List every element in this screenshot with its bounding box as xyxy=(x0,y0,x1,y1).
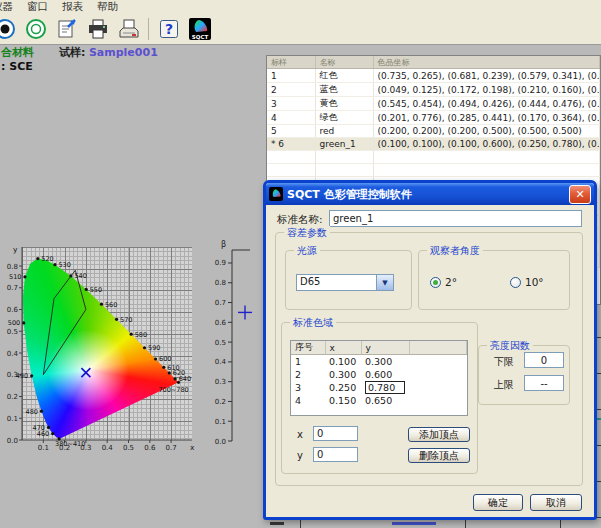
gamut-cell[interactable]: 1 xyxy=(291,355,325,369)
standard-row[interactable]: 4绿色(0.201, 0.776), (0.285, 0.441), (0.17… xyxy=(267,111,600,125)
close-icon[interactable]: ✕ xyxy=(569,185,591,204)
empty-cell xyxy=(267,151,315,164)
empty-row xyxy=(267,164,600,177)
dialog-icon xyxy=(269,187,283,201)
wavelength-dot xyxy=(85,288,88,291)
gamut-cell[interactable]: 4 xyxy=(291,394,325,407)
standard-cell[interactable]: (0.200, 0.200), (0.200, 0.500), (0.500, … xyxy=(373,125,600,138)
standard-name-input[interactable]: green_1 xyxy=(329,210,582,227)
gamut-cell[interactable] xyxy=(409,381,467,394)
lower-limit-input[interactable]: 0 xyxy=(524,352,564,368)
gamut-cell[interactable]: 0.150 xyxy=(325,394,361,407)
cancel-button[interactable]: 取消 xyxy=(530,494,582,511)
vertex-y-input[interactable]: 0 xyxy=(313,447,358,462)
gamut-vertex-list[interactable]: 序号 x y 10.1000.30020.3000.60030.2500.780… xyxy=(290,340,468,416)
ok-button[interactable]: 确定 xyxy=(473,494,523,511)
chevron-down-icon[interactable]: ▼ xyxy=(376,275,393,290)
menu-item-window[interactable]: 窗口 xyxy=(24,0,51,14)
gamut-cell[interactable] xyxy=(409,394,467,407)
gamut-cell[interactable]: 0.300 xyxy=(361,355,409,369)
print-out-icon[interactable] xyxy=(115,16,142,43)
y-tick-label: 0.4 xyxy=(7,350,19,358)
sqct-logo-icon[interactable]: SQCT xyxy=(186,16,213,43)
standard-cell[interactable]: (0.201, 0.776), (0.285, 0.441), (0.170, … xyxy=(373,111,600,125)
gamut-vertex-row[interactable]: 30.2500.780 xyxy=(291,381,467,394)
gamut-cell[interactable]: 0.650 xyxy=(361,394,409,407)
help-icon[interactable]: ? xyxy=(155,16,182,43)
standard-cell[interactable]: * 6 xyxy=(267,138,315,151)
radio-label: 2° xyxy=(445,276,457,288)
dialog-title-bar[interactable]: SQCT 色彩管理控制软件 ✕ xyxy=(266,183,594,205)
x-tick-label: 0.4 xyxy=(102,444,114,452)
beta-tick-label: 0.1 xyxy=(215,418,226,426)
standard-cell[interactable]: 5 xyxy=(267,125,315,138)
results-blue-text-fragment xyxy=(392,522,436,525)
standard-row[interactable]: 5red(0.200, 0.200), (0.200, 0.500), (0.5… xyxy=(267,125,600,138)
material-label: 合材料 xyxy=(1,46,34,59)
gamut-vertex-row[interactable]: 40.1500.650 xyxy=(291,394,467,407)
gamut-vertex-row[interactable]: 10.1000.300 xyxy=(291,355,467,369)
wavelength-dot xyxy=(174,377,177,380)
menu-item-report[interactable]: 报表 xyxy=(59,0,86,14)
standard-cell[interactable]: 1 xyxy=(267,69,315,83)
sample-name: Sample001 xyxy=(89,46,158,59)
measure-ring-icon[interactable] xyxy=(22,16,49,43)
standard-cell[interactable]: (0.545, 0.454), (0.494, 0.426), (0.444, … xyxy=(373,97,600,111)
light-source-select[interactable]: D65 ▼ xyxy=(296,274,394,291)
standard-cell[interactable]: 2 xyxy=(267,83,315,97)
gamut-cell[interactable]: 0.300 xyxy=(325,368,361,381)
gamut-cell[interactable]: 0.250 xyxy=(325,381,361,394)
standard-cell[interactable]: red xyxy=(315,125,373,138)
standard-row[interactable]: 3黄色(0.545, 0.454), (0.494, 0.426), (0.44… xyxy=(267,97,600,111)
measure-mode: : SCE xyxy=(1,60,263,74)
gamut-cell[interactable]: 2 xyxy=(291,368,325,381)
gamut-cell[interactable]: 3 xyxy=(291,381,325,394)
gamut-cell[interactable]: 0.600 xyxy=(361,368,409,381)
standard-cell[interactable]: 红色 xyxy=(315,69,373,83)
menu-item-help[interactable]: 帮助 xyxy=(94,0,121,14)
gamut-vertex-row[interactable]: 20.3000.600 xyxy=(291,368,467,381)
y-axis-title: y xyxy=(13,245,18,254)
cie-overlay: 0.10.20.30.40.50.60.7x0.00.10.20.30.40.5… xyxy=(0,235,263,490)
standard-row[interactable]: 2蓝色(0.049, 0.125), (0.172, 0.198), (0.21… xyxy=(267,83,600,97)
standard-cell[interactable]: 绿色 xyxy=(315,111,373,125)
standard-cell[interactable]: (0.735, 0.265), (0.681, 0.239), (0.579, … xyxy=(373,69,600,83)
standard-cell[interactable]: 3 xyxy=(267,97,315,111)
standard-row[interactable]: 1红色(0.735, 0.265), (0.681, 0.239), (0.57… xyxy=(267,69,600,83)
upper-limit-input[interactable]: -- xyxy=(524,375,564,391)
standard-cell[interactable]: (0.100, 0.100), (0.100, 0.600), (0.250, … xyxy=(373,138,600,151)
radio-label: 10° xyxy=(525,276,544,288)
gamut-cell[interactable]: 0.780 xyxy=(361,381,409,394)
standard-cell[interactable]: 黄色 xyxy=(315,97,373,111)
beta-tick-label: 0.5 xyxy=(215,339,226,347)
measure-filled-icon[interactable] xyxy=(0,16,18,43)
radio-observer-2deg[interactable]: 2° xyxy=(430,276,457,288)
wavelength-dot xyxy=(168,371,171,374)
report-export-icon[interactable] xyxy=(53,16,80,43)
svg-text:SQCT: SQCT xyxy=(191,34,208,40)
standard-cell[interactable]: (0.049, 0.125), (0.172, 0.198), (0.210, … xyxy=(373,83,600,97)
vertex-x-input[interactable]: 0 xyxy=(313,426,358,441)
wavelength-label: 640 xyxy=(179,375,191,383)
wavelength-dot xyxy=(30,374,33,377)
gamut-col-extra xyxy=(409,341,467,355)
add-vertex-button[interactable]: 添加顶点 xyxy=(408,427,470,442)
standard-name-label: 标准名称: xyxy=(277,213,323,227)
toolbar-separator xyxy=(148,18,149,40)
gamut-cell[interactable] xyxy=(409,368,467,381)
wavelength-dot xyxy=(53,263,56,266)
standard-row[interactable]: * 6green_1(0.100, 0.100), (0.100, 0.600)… xyxy=(267,138,600,151)
radio-observer-10deg[interactable]: 10° xyxy=(510,276,544,288)
standard-cell[interactable]: green_1 xyxy=(315,138,373,151)
y-tick-label: 0.5 xyxy=(7,328,18,336)
y-edit-input[interactable]: 0.780 xyxy=(365,381,405,394)
observer-angle-group-label: 观察者角度 xyxy=(427,244,483,258)
standard-cell[interactable]: 蓝色 xyxy=(315,83,373,97)
delete-vertex-button[interactable]: 删除顶点 xyxy=(408,448,470,463)
menu-item-instrument[interactable]: 仪器 xyxy=(0,0,16,14)
menu-bar: 仪器 窗口 报表 帮助 xyxy=(0,0,601,14)
print-icon[interactable] xyxy=(84,16,111,43)
standard-cell[interactable]: 4 xyxy=(267,111,315,125)
gamut-cell[interactable] xyxy=(409,355,467,369)
gamut-cell[interactable]: 0.100 xyxy=(325,355,361,369)
